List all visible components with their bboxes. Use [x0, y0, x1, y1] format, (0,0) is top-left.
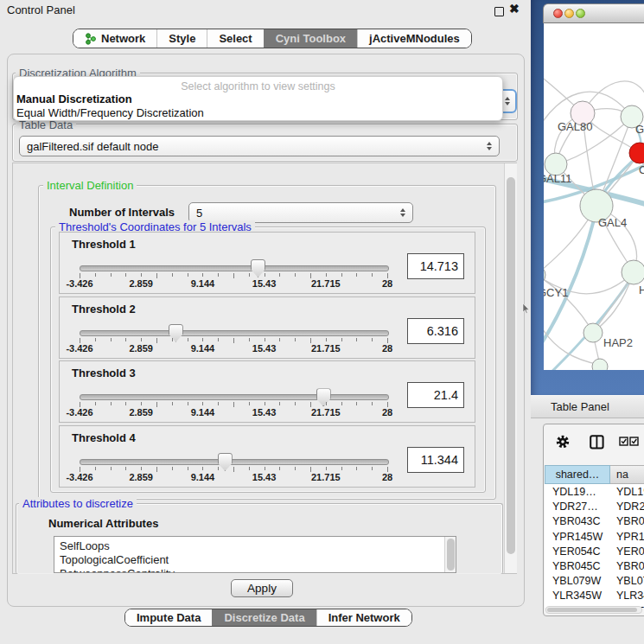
list-scrollbar[interactable] [444, 537, 456, 572]
tick-label: -3.426 [66, 472, 92, 482]
slider-tick [265, 273, 265, 277]
threshold-value-field[interactable]: 14.713 [407, 253, 464, 279]
settings-scrollbar[interactable] [504, 163, 517, 573]
tab-infer-network[interactable]: Infer Network [316, 609, 411, 626]
attribute-item-selfloops[interactable]: SelfLoops [60, 539, 110, 552]
network-icon [85, 33, 96, 45]
threshold-label: Threshold 2 [72, 303, 136, 316]
slider-track[interactable] [80, 330, 389, 336]
dropdown-option-manual-discretization[interactable]: Manual Discretization [16, 92, 132, 105]
tick-label: 9.144 [191, 343, 215, 354]
slider-tick [265, 338, 265, 341]
slider-thumb[interactable] [169, 324, 183, 342]
slider-tick [202, 338, 203, 341]
threshold-value-field[interactable]: 6.316 [407, 318, 464, 344]
combo-arrows-icon [487, 142, 492, 150]
control-panel-title: Control Panel [7, 3, 75, 16]
table-row[interactable]: YBR045CYBR045C [545, 560, 644, 575]
tick-label: 21.715 [311, 407, 341, 418]
tick-label: 28 [382, 343, 392, 354]
tab-cyni-toolbox[interactable]: Cyni Toolbox [264, 29, 357, 48]
slider-tick [326, 338, 327, 341]
slider-tick [95, 338, 96, 341]
dropdown-placeholder: Select algorithm to view settings [14, 80, 502, 92]
tab-discretize-data[interactable]: Discretize Data [212, 609, 316, 626]
checkbox-icon[interactable] [619, 437, 628, 446]
tick-label: 15.43 [252, 343, 277, 354]
tab-jactivemnodules[interactable]: jActiveMNodules [357, 29, 471, 48]
number-of-intervals-value: 5 [196, 207, 202, 220]
column-header-name[interactable]: na [610, 465, 644, 484]
slider-thumb[interactable] [251, 259, 265, 277]
slider-tick [372, 273, 373, 277]
slider-tick [356, 467, 357, 470]
dropdown-option-equal-width-frequency-discretization[interactable]: Equal Width/Frequency Discretization [16, 106, 204, 119]
table-row[interactable]: YER054CYER054C [545, 545, 644, 560]
tick-label: 21.715 [311, 472, 341, 482]
cell-name: YLR345W [610, 590, 644, 604]
network-node[interactable] [592, 359, 608, 370]
slider-track[interactable] [80, 394, 389, 400]
tick-label: -3.426 [66, 343, 92, 354]
slider-tick [172, 338, 173, 341]
window-zoom-icon[interactable] [576, 9, 585, 18]
network-canvas[interactable]: GAL80GACGAL11GAL4GCY1HHAP2 [544, 23, 644, 370]
cell-shared-name: YER054C [545, 545, 610, 560]
slider-tick [95, 402, 96, 405]
attribute-item-topologicalcoefficient[interactable]: TopologicalCoefficient [60, 553, 169, 566]
tick-label: 2.859 [129, 472, 153, 482]
tick-label: 15.43 [252, 278, 277, 289]
tick-label: 9.144 [191, 278, 215, 289]
window-close-icon[interactable] [553, 9, 563, 18]
threshold-value-field[interactable]: 21.4 [407, 382, 464, 408]
attribute-item-betweennesscentrality[interactable]: BetweennessCentrality [60, 567, 175, 573]
attributes-list[interactable]: SelfLoopsTopologicalCoefficientBetweenne… [54, 536, 456, 573]
threshold-card-4: Threshold 4-3.4262.8599.14415.4321.71528… [59, 425, 475, 488]
threshold-card-1: Threshold 1-3.4262.8599.14415.4321.71528… [59, 232, 475, 294]
network-node-h[interactable] [622, 260, 644, 284]
slider-thumb[interactable] [316, 388, 331, 406]
node-label: GCY1 [544, 286, 568, 299]
slider-tick [279, 467, 280, 470]
table-horizontal-scrollbar[interactable] [545, 606, 642, 614]
table-data-value: galFiltered.sif default node [27, 140, 158, 153]
slider-tick [218, 402, 219, 405]
slider-tick [218, 338, 219, 341]
slider-tick [295, 273, 296, 277]
column-header-shared-name[interactable]: shared… [545, 465, 610, 484]
slider-thumb[interactable] [218, 453, 233, 471]
tab-select[interactable]: Select [207, 29, 263, 48]
table-row[interactable]: YDL19…YDL19… [545, 486, 644, 501]
checkbox-icon[interactable] [629, 437, 639, 446]
table-row[interactable]: YBL079WYBL079W [545, 575, 644, 590]
close-icon[interactable]: ✖ [509, 2, 520, 16]
cell-name: YBR043C [610, 515, 644, 530]
tick-label: 2.859 [129, 407, 153, 418]
gear-icon[interactable] [555, 434, 571, 450]
apply-button[interactable]: Apply [231, 579, 293, 597]
slider-track[interactable] [80, 265, 389, 271]
cell-name: YBL079W [610, 575, 644, 590]
threshold-value-field[interactable]: 11.344 [407, 447, 464, 473]
tab-network[interactable]: Network [73, 29, 156, 48]
table-row[interactable]: YLR345WYLR345W [545, 590, 644, 604]
tab-style[interactable]: Style [156, 29, 207, 48]
tab-label: Network [101, 32, 145, 45]
slider-tick [372, 467, 373, 470]
tick-label: 2.859 [129, 278, 153, 289]
float-icon[interactable] [494, 7, 504, 16]
slider-tick [188, 402, 188, 405]
table-row[interactable]: YPR145WYPR145W [545, 531, 644, 545]
slider-tick [233, 467, 234, 472]
table-row[interactable]: YBR043CYBR043C [545, 515, 644, 530]
columns-icon[interactable] [590, 435, 604, 450]
cell-name: YBR045C [610, 560, 644, 575]
table-data-combobox[interactable]: galFiltered.sif default node [19, 136, 500, 156]
node-label: GAL4 [598, 216, 627, 229]
tab-impute-data[interactable]: Impute Data [125, 609, 212, 626]
window-minimize-icon[interactable] [564, 9, 574, 18]
table-row[interactable]: YDR27…YDR27… [545, 501, 644, 515]
slider-track[interactable] [80, 459, 389, 465]
cell-shared-name: YDR27… [545, 501, 610, 515]
network-node-hap2[interactable] [583, 323, 603, 342]
